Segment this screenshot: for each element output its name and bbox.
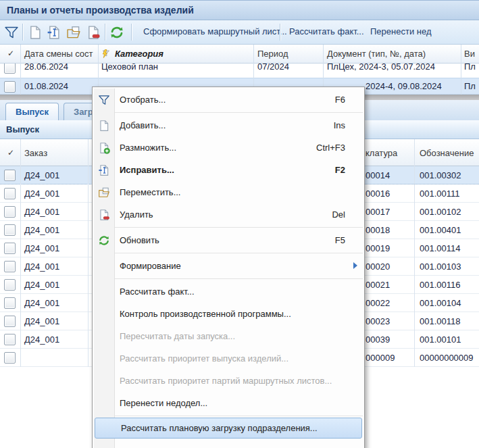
delete-document-icon[interactable]: [86, 25, 101, 40]
form-route-sheet-button[interactable]: Сформировать маршрутный лист...: [143, 26, 287, 36]
column-header-date[interactable]: Дата смены сост: [24, 49, 93, 59]
window-titlebar: Планы и отчеты производства изделий: [0, 0, 479, 20]
calc-fact-button[interactable]: Рассчитать факт...: [289, 26, 364, 36]
menu-item-refresh[interactable]: Обновить F5: [94, 229, 363, 251]
menu-separator: [94, 416, 363, 416]
menu-item-filter[interactable]: Отобрать... F6: [94, 89, 363, 111]
panel-title: Выпуск: [6, 124, 39, 134]
toolbar-separator: [105, 24, 106, 41]
check-column-header[interactable]: ✓: [7, 49, 14, 58]
submenu-arrow-icon: [353, 262, 357, 269]
menu-separator: [94, 112, 363, 113]
plans-table-header: ✓ Дата смены сост Категория Период Докум…: [0, 45, 479, 64]
toolbar: Сформировать маршрутный лист... Рассчита…: [0, 20, 479, 45]
column-header-vid[interactable]: Ви: [464, 49, 475, 59]
row-checkbox[interactable]: [4, 352, 16, 364]
toolbar-separator: [280, 24, 281, 41]
menu-separator: [94, 278, 363, 279]
context-menu: Отобрать... F6 Добавить... Ins Размножит…: [92, 86, 365, 448]
edit-document-icon: [98, 164, 110, 176]
edit-document-icon[interactable]: [47, 25, 61, 40]
row-checkbox[interactable]: [4, 243, 16, 254]
row-checkbox[interactable]: [4, 206, 16, 218]
row-checkbox[interactable]: [4, 261, 16, 272]
refresh-icon: [98, 234, 110, 247]
row-checkbox[interactable]: [4, 316, 16, 327]
menu-item-recalc-launch-dates: Пересчитать даты запуска...: [94, 325, 363, 347]
menu-item-priority-products: Рассчитать приоритет выпуска изделий...: [94, 347, 363, 370]
menu-item-transfer-backlog[interactable]: Перенести недодел...: [94, 392, 363, 414]
menu-item-calc-fact[interactable]: Рассчитать факт...: [94, 280, 363, 303]
delete-document-icon: [98, 209, 110, 221]
toolbar-separator: [131, 24, 132, 41]
menu-item-formation[interactable]: Формирование: [94, 255, 363, 277]
menu-separator: [94, 227, 363, 228]
move-folder-icon[interactable]: [66, 25, 81, 40]
filter-lightning-icon: [100, 49, 111, 59]
transfer-backlog-button[interactable]: Перенести нед: [370, 26, 431, 36]
toolbar-separator: [22, 24, 24, 41]
check-column-header[interactable]: ✓: [7, 148, 14, 157]
move-folder-icon: [98, 186, 110, 199]
row-checkbox[interactable]: [4, 81, 16, 93]
add-document-icon: [98, 120, 110, 132]
plans-window: Планы и отчеты производства изделий Сфор…: [0, 0, 479, 448]
tab-vypusk[interactable]: Выпуск: [5, 103, 59, 120]
row-checkbox[interactable]: [4, 188, 16, 199]
column-header-designation[interactable]: Обозначение: [420, 148, 474, 158]
row-checkbox[interactable]: [4, 64, 16, 74]
menu-item-add[interactable]: Добавить... Ins: [94, 114, 363, 136]
filter-icon: [98, 94, 110, 106]
row-checkbox[interactable]: [4, 170, 16, 181]
row-checkbox[interactable]: [4, 224, 16, 236]
menu-item-duplicate[interactable]: Размножить... Ctrl+F3: [94, 136, 363, 159]
menu-item-edit[interactable]: Исправить... F2: [94, 159, 363, 181]
column-header-nomenclature[interactable]: клатура: [365, 148, 397, 158]
filter-icon[interactable]: [4, 25, 19, 40]
menu-item-priority-route-sheets: Рассчитать приоритет партий маршрутных л…: [94, 370, 363, 392]
menu-item-delete[interactable]: Удалить Del: [94, 203, 363, 226]
column-header-order[interactable]: Заказ: [24, 148, 47, 158]
column-header-period[interactable]: Период: [257, 49, 288, 59]
duplicate-document-icon: [98, 142, 110, 154]
table-row[interactable]: 28.06.2024 Цеховой план 07/2024 ПлЦех, 2…: [0, 64, 479, 78]
column-header-category[interactable]: Категория: [115, 49, 163, 59]
row-checkbox[interactable]: [4, 297, 16, 309]
menu-separator: [94, 253, 363, 253]
menu-item-move[interactable]: Переместить...: [94, 181, 363, 203]
add-document-icon[interactable]: [28, 25, 43, 40]
column-header-document[interactable]: Документ (тип, №, дата): [327, 49, 426, 59]
menu-item-calc-planned-load[interactable]: Рассчитать плановую загрузку подразделен…: [95, 418, 362, 439]
page-title: Планы и отчеты производства изделий: [7, 5, 194, 16]
row-checkbox[interactable]: [4, 279, 16, 291]
refresh-icon[interactable]: [109, 25, 124, 40]
row-checkbox[interactable]: [4, 334, 16, 345]
menu-item-production-control[interactable]: Контроль производственной программы...: [94, 303, 363, 325]
